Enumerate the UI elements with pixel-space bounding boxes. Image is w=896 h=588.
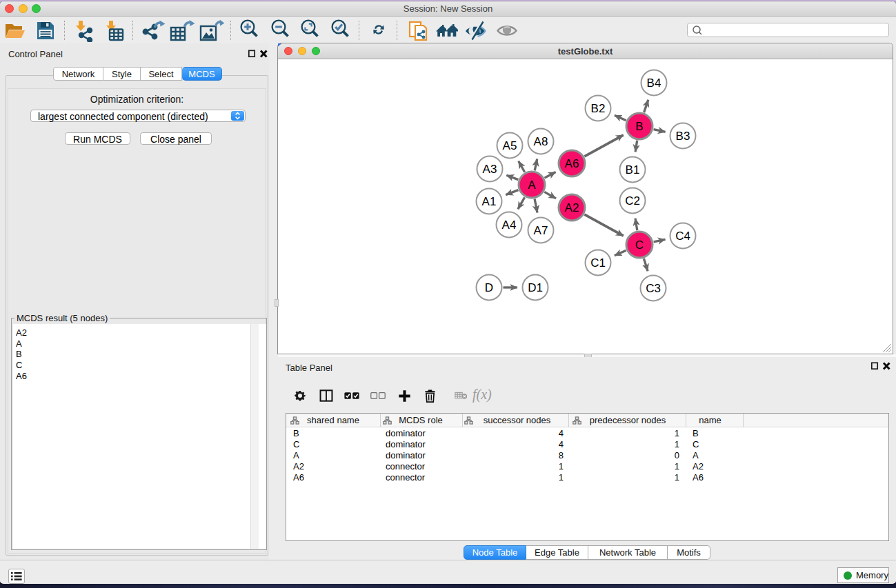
svg-text:A1: A1 [482,195,497,208]
svg-text:B3: B3 [676,130,690,143]
svg-text:A7: A7 [534,224,548,237]
svg-text:A: A [528,179,536,192]
svg-text:A2: A2 [565,201,579,214]
svg-text:C3: C3 [646,282,661,295]
svg-text:B: B [635,120,643,133]
svg-text:A3: A3 [483,163,497,176]
svg-text:B1: B1 [626,163,640,176]
svg-text:A6: A6 [565,157,579,170]
svg-text:B2: B2 [591,102,606,115]
svg-text:C2: C2 [625,194,640,207]
svg-text:D1: D1 [528,281,543,294]
svg-text:C1: C1 [590,256,606,270]
svg-text:B4: B4 [647,77,661,90]
svg-text:A5: A5 [503,139,517,152]
svg-text:C4: C4 [675,230,690,243]
svg-text:C: C [635,239,644,252]
svg-text:D: D [485,281,493,294]
svg-text:A4: A4 [502,219,517,232]
svg-text:A8: A8 [534,135,548,148]
